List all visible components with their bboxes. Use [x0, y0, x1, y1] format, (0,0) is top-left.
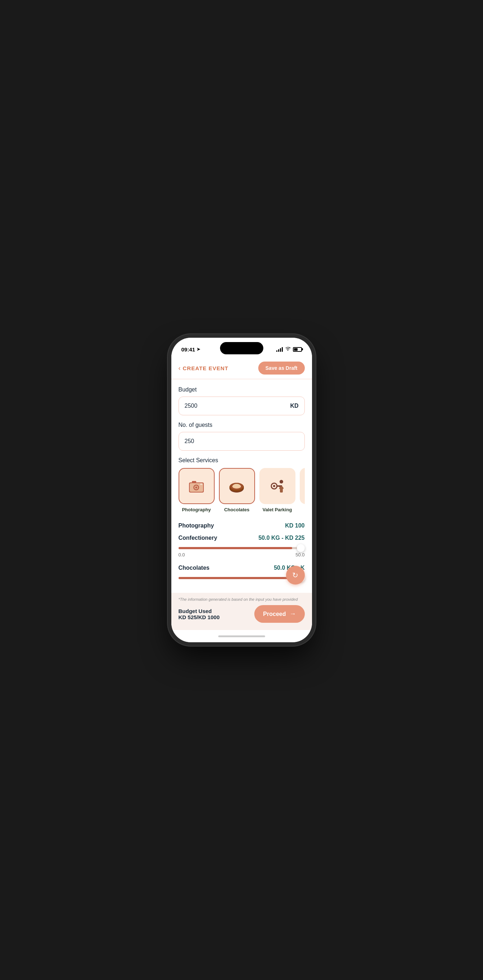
confectionery-summary-price: 50.0 KG - KD 225 [258, 535, 305, 541]
budget-used-values: KD 525/KD 1000 [178, 614, 220, 620]
photography-summary-name: Photography [178, 522, 214, 529]
save-draft-button[interactable]: Save as Draft [258, 361, 305, 374]
status-icons [276, 347, 302, 352]
proceed-button[interactable]: Proceed → [254, 605, 305, 623]
services-scroll: Photography [178, 468, 305, 514]
confectionery-slider-track [178, 547, 305, 549]
svg-rect-7 [200, 484, 202, 485]
budget-value: 2500 [185, 402, 198, 409]
back-icon[interactable]: ‹ [178, 364, 181, 372]
services-section: Select Services [178, 457, 305, 514]
budget-label: Budget [178, 387, 305, 393]
proceed-label: Proceed [263, 611, 286, 617]
service-card-chocolates[interactable]: Chocolates [219, 468, 255, 512]
confectionery-section: Confectionery 50.0 KG - KD 225 0.0 50.0 [178, 535, 305, 557]
svg-point-16 [273, 485, 275, 487]
chocolates-summary-name: Chocolates [178, 565, 210, 571]
svg-point-20 [280, 480, 283, 484]
confectionery-summary-row: Confectionery 50.0 KG - KD 225 [178, 535, 305, 541]
confectionery-slider-labels: 0.0 50.0 [178, 552, 305, 557]
service-card-wedding[interactable]: Wedding [300, 468, 305, 512]
confectionery-slider[interactable]: 0.0 50.0 [178, 547, 305, 557]
confectionery-min-label: 0.0 [178, 552, 185, 557]
guests-label: No. of guests [178, 422, 305, 428]
battery-fill [294, 348, 297, 351]
budget-section: Budget 2500 KD [178, 387, 305, 415]
budget-used-label: Budget Used [178, 608, 220, 614]
service-icon-box-wedding [300, 468, 305, 504]
service-name-valet: Valet Parking [262, 507, 292, 512]
service-icon-box-chocolates [219, 468, 255, 504]
time-display: 09:41 [181, 347, 195, 353]
footer-row: Budget Used KD 525/KD 1000 Proceed → [178, 605, 305, 623]
guests-section: No. of guests 250 [178, 422, 305, 451]
dynamic-island [220, 342, 263, 354]
proceed-arrow-icon: → [290, 610, 296, 618]
chocolates-slider-track [178, 577, 305, 579]
svg-point-13 [233, 484, 240, 487]
photography-summary-row: Photography KD 100 [178, 522, 305, 529]
signal-icon [276, 347, 283, 352]
phone-frame: 09:41 ➤ ‹ CR [172, 338, 312, 642]
app-header: ‹ CREATE EVENT Save as Draft [172, 356, 312, 379]
svg-rect-6 [192, 481, 196, 483]
service-icon-box-valet [259, 468, 296, 504]
chocolates-summary-row: Chocolates 50.0 KG - K [178, 565, 305, 571]
header-left: ‹ CREATE EVENT [178, 364, 229, 372]
page-title: CREATE EVENT [183, 365, 229, 371]
service-card-valet[interactable]: Valet Parking [259, 468, 296, 512]
confectionery-slider-fill [178, 547, 292, 549]
confectionery-max-label: 50.0 [296, 552, 305, 557]
service-name-chocolates: Chocolates [224, 507, 249, 512]
chocolates-slider[interactable] [178, 577, 305, 579]
app-footer: *The information generated is based on t… [172, 593, 312, 630]
status-time: 09:41 ➤ [181, 347, 200, 353]
service-card-photography[interactable]: Photography [178, 468, 214, 512]
chocolates-section: Chocolates 50.0 KG - K [178, 565, 305, 579]
confectionery-summary-name: Confectionery [178, 535, 218, 541]
battery-icon [293, 347, 302, 352]
chocolates-slider-fill [178, 577, 290, 579]
disclaimer-text: *The information generated is based on t… [178, 597, 305, 601]
services-label: Select Services [178, 457, 305, 464]
photography-summary-price: KD 100 [285, 522, 305, 529]
home-indicator [172, 630, 312, 642]
refresh-icon: ↻ [292, 571, 298, 579]
wifi-icon [285, 347, 291, 352]
main-content: Budget 2500 KD No. of guests 250 Select … [172, 379, 312, 593]
home-bar [218, 635, 265, 637]
location-icon: ➤ [197, 347, 200, 352]
budget-unit: KD [290, 402, 298, 409]
service-icon-box-photography [178, 468, 214, 504]
svg-point-5 [195, 487, 197, 488]
guests-value: 250 [185, 438, 194, 444]
phone-screen: 09:41 ➤ ‹ CR [172, 338, 312, 642]
guests-input[interactable]: 250 [178, 432, 305, 451]
refresh-fab-button[interactable]: ↻ [286, 566, 305, 584]
service-name-photography: Photography [182, 507, 211, 512]
svg-rect-21 [280, 488, 283, 493]
confectionery-slider-thumb[interactable] [297, 544, 305, 552]
budget-info: Budget Used KD 525/KD 1000 [178, 608, 220, 620]
budget-input[interactable]: 2500 KD [178, 396, 305, 415]
